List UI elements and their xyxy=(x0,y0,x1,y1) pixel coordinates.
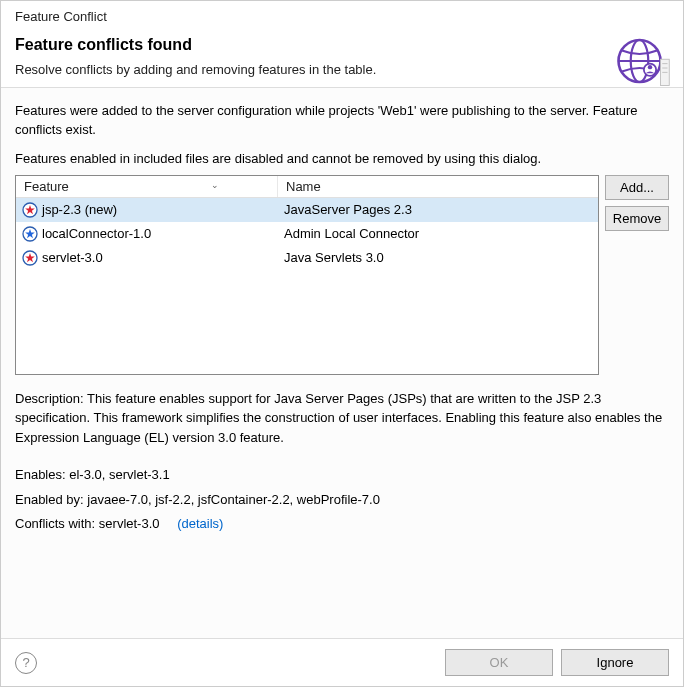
cell-name: Admin Local Connector xyxy=(278,224,598,243)
column-header-feature[interactable]: Feature ⌄ xyxy=(16,176,278,197)
column-header-feature-label: Feature xyxy=(24,179,69,194)
enabled-by-label: Enabled by: xyxy=(15,492,84,507)
intro-text: Features were added to the server config… xyxy=(15,102,669,140)
feature-label: localConnector-1.0 xyxy=(42,226,151,241)
intro-text-2: Features enabled in included files are d… xyxy=(15,150,669,169)
add-button[interactable]: Add... xyxy=(605,175,669,200)
ok-button[interactable]: OK xyxy=(445,649,553,676)
description-label: Description: xyxy=(15,391,84,406)
feature-icon xyxy=(22,250,38,266)
features-table: Feature ⌄ Name jsp-2.3 (new)JavaServer P… xyxy=(15,175,599,375)
heading: Feature conflicts found xyxy=(15,36,669,54)
svg-point-4 xyxy=(648,65,652,69)
feature-conflict-dialog: Feature Conflict Feature conflicts found… xyxy=(0,0,684,687)
dialog-footer: ? OK Ignore xyxy=(1,639,683,686)
feature-icon xyxy=(22,202,38,218)
cell-feature: servlet-3.0 xyxy=(16,248,278,268)
feature-icon xyxy=(22,226,38,242)
details-link[interactable]: (details) xyxy=(177,516,223,531)
side-button-column: Add... Remove xyxy=(605,175,669,375)
enabled-by-value: javaee-7.0, jsf-2.2, jsfContainer-2.2, w… xyxy=(87,492,380,507)
feature-label: jsp-2.3 (new) xyxy=(42,202,117,217)
globe-server-icon xyxy=(615,33,671,89)
table-header: Feature ⌄ Name xyxy=(16,176,598,198)
sort-indicator-icon: ⌄ xyxy=(211,180,219,190)
dialog-header: Feature Conflict Feature conflicts found… xyxy=(1,1,683,87)
meta-block: Enables: el-3.0, servlet-3.1 Enabled by:… xyxy=(15,463,669,537)
window-title: Feature Conflict xyxy=(15,9,669,24)
table-row[interactable]: localConnector-1.0Admin Local Connector xyxy=(16,222,598,246)
table-row[interactable]: jsp-2.3 (new)JavaServer Pages 2.3 xyxy=(16,198,598,222)
column-header-name[interactable]: Name xyxy=(278,176,329,197)
cell-name: JavaServer Pages 2.3 xyxy=(278,200,598,219)
description-text: This feature enables support for Java Se… xyxy=(15,391,662,445)
enables-label: Enables: xyxy=(15,467,66,482)
cell-name: Java Servlets 3.0 xyxy=(278,248,598,267)
table-body: jsp-2.3 (new)JavaServer Pages 2.3 localC… xyxy=(16,198,598,374)
feature-label: servlet-3.0 xyxy=(42,250,103,265)
table-row[interactable]: servlet-3.0Java Servlets 3.0 xyxy=(16,246,598,270)
cell-feature: localConnector-1.0 xyxy=(16,224,278,244)
content-area: Features were added to the server config… xyxy=(1,87,683,639)
conflicts-value: servlet-3.0 xyxy=(99,516,160,531)
enables-value: el-3.0, servlet-3.1 xyxy=(69,467,169,482)
subheading: Resolve conflicts by adding and removing… xyxy=(15,62,669,77)
help-icon[interactable]: ? xyxy=(15,652,37,674)
remove-button[interactable]: Remove xyxy=(605,206,669,231)
conflicts-label: Conflicts with: xyxy=(15,516,95,531)
description-block: Description: This feature enables suppor… xyxy=(15,389,669,448)
ignore-button[interactable]: Ignore xyxy=(561,649,669,676)
cell-feature: jsp-2.3 (new) xyxy=(16,200,278,220)
